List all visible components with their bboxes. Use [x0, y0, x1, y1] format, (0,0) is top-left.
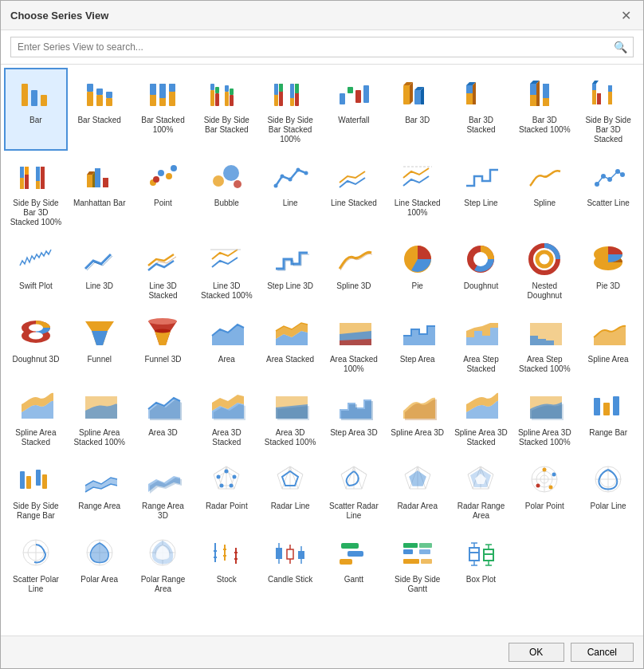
svg-rect-52 — [592, 84, 596, 90]
scatter-line-icon — [589, 157, 627, 195]
radar-point-label: Radar Point — [206, 502, 248, 511]
chart-item-bar-3d[interactable]: Bar 3D — [386, 68, 450, 151]
chart-item-side-by-side-bar-3d-stacked-100[interactable]: Side By Side Bar 3D Stacked 100% — [4, 151, 68, 234]
chart-item-candle-stick[interactable]: Candle Stick — [258, 527, 322, 600]
chart-item-step-line-3d[interactable]: Step Line 3D — [258, 234, 322, 307]
svg-point-109 — [155, 329, 171, 333]
chart-item-spline-area-3d-stacked[interactable]: Spline Area 3D Stacked — [450, 380, 513, 454]
chart-item-spline-3d[interactable]: Spline 3D — [322, 234, 386, 307]
search-input[interactable] — [10, 37, 634, 57]
chart-item-area-3d[interactable]: Area 3D — [132, 380, 195, 454]
spline-label: Spline — [533, 199, 556, 208]
chart-item-radar-area[interactable]: Radar Area — [386, 454, 450, 527]
chart-item-polar-line[interactable]: Polar Line — [576, 454, 640, 527]
ok-button[interactable]: OK — [509, 643, 564, 662]
chart-item-line-3d-stacked[interactable]: Line 3D Stacked — [132, 234, 195, 307]
chart-item-bubble[interactable]: Bubble — [194, 151, 258, 234]
area-3d-icon — [143, 387, 182, 425]
chart-item-area-3d-stacked[interactable]: Area 3D Stacked — [194, 380, 258, 454]
side-by-side-bar-3d-stacked-label: Side By Side Bar 3D Stacked — [581, 116, 635, 144]
pie-icon — [399, 240, 437, 278]
close-button[interactable]: ✕ — [618, 7, 634, 23]
chart-item-line-stacked-100[interactable]: Line Stacked 100% — [386, 151, 450, 234]
radar-range-area-icon — [461, 460, 500, 498]
chart-item-line-stacked[interactable]: Line Stacked — [322, 151, 386, 234]
svg-rect-42 — [466, 85, 473, 93]
chart-item-area-stacked-100[interactable]: Area Stacked 100% — [322, 307, 386, 380]
chart-item-waterfall[interactable]: Waterfall — [322, 68, 386, 151]
chart-item-spline-area-3d-stacked-100[interactable]: Spline Area 3D Stacked 100% — [512, 380, 576, 454]
svg-rect-24 — [274, 84, 278, 95]
chart-item-step-line[interactable]: Step Line — [450, 151, 513, 234]
chart-item-funnel-3d[interactable]: Funnel 3D — [132, 307, 195, 380]
chart-item-range-area-3d[interactable]: Range Area 3D — [132, 454, 195, 527]
chart-item-spline-area-3d[interactable]: Spline Area 3D — [386, 380, 450, 454]
chart-item-spline-area[interactable]: Spline Area — [576, 307, 640, 380]
chart-item-manhattan-bar[interactable]: Manhattan Bar — [68, 151, 132, 234]
chart-item-doughnut-3d[interactable]: Doughnut 3D — [4, 307, 68, 380]
chart-item-line-3d[interactable]: Line 3D — [68, 234, 132, 307]
chart-item-radar-line[interactable]: Radar Line — [258, 454, 322, 527]
chart-item-line-3d-stacked-100[interactable]: Line 3D Stacked 100% — [194, 234, 258, 307]
chart-item-area-3d-stacked-100[interactable]: Area 3D Stacked 100% — [258, 380, 322, 454]
chart-item-bar-3d-stacked-100[interactable]: Bar 3D Stacked 100% — [512, 68, 576, 151]
line-3d-stacked-100-icon — [207, 240, 245, 278]
chart-item-bar-3d-stacked[interactable]: Bar 3D Stacked — [450, 68, 513, 151]
chart-item-polar-range-area[interactable]: Polar Range Area — [132, 527, 195, 600]
svg-rect-62 — [36, 167, 40, 181]
chart-item-range-area[interactable]: Range Area — [68, 454, 132, 527]
chart-item-bar[interactable]: Bar — [4, 68, 68, 151]
chart-item-side-by-side-range-bar[interactable]: Side By Side Range Bar — [4, 454, 68, 527]
chart-item-spline-area-stacked-100[interactable]: Spline Area Stacked 100% — [68, 380, 132, 454]
chart-item-box-plot[interactable]: Box Plot — [450, 527, 513, 600]
nested-doughnut-icon — [525, 240, 564, 278]
chart-item-area-step-stacked-100[interactable]: Area Step Stacked 100% — [512, 307, 576, 380]
side-by-side-bar-3d-stacked-icon — [589, 74, 627, 112]
chart-item-nested-doughnut[interactable]: Nested Doughnut — [512, 234, 576, 307]
svg-rect-12 — [159, 84, 166, 98]
chart-item-doughnut[interactable]: Doughnut — [450, 234, 513, 307]
svg-rect-33 — [355, 90, 361, 103]
chart-item-radar-point[interactable]: Radar Point — [194, 454, 258, 527]
chart-item-area-step-stacked[interactable]: Area Step Stacked — [450, 307, 513, 380]
gantt-label: Gantt — [344, 575, 363, 584]
chart-item-side-by-side-bar-stacked-100[interactable]: Side By Side Bar Stacked 100% — [258, 68, 322, 151]
chart-item-gantt[interactable]: Gantt — [322, 527, 386, 600]
search-icon: 🔍 — [614, 41, 627, 53]
line-icon — [271, 157, 309, 195]
chart-item-line[interactable]: Line — [258, 151, 322, 234]
chart-item-side-by-side-gantt[interactable]: Side By Side Gantt — [386, 527, 450, 600]
chart-item-polar-area[interactable]: Polar Area — [68, 527, 132, 600]
chart-item-bar-stacked[interactable]: Bar Stacked — [68, 68, 132, 151]
side-by-side-bar-stacked-100-icon — [271, 74, 309, 112]
cancel-button[interactable]: Cancel — [571, 643, 634, 662]
chart-item-funnel[interactable]: Funnel — [68, 307, 132, 380]
chart-item-point[interactable]: Point — [132, 151, 195, 234]
chart-item-pie-3d[interactable]: Pie 3D — [576, 234, 640, 307]
step-area-3d-label: Step Area 3D — [330, 428, 377, 438]
chart-item-pie[interactable]: Pie — [386, 234, 450, 307]
dialog-title: Choose Series View — [10, 10, 108, 22]
chart-item-side-by-side-bar-3d-stacked[interactable]: Side By Side Bar 3D Stacked — [576, 68, 640, 151]
bar-stacked-label: Bar Stacked — [77, 116, 120, 125]
chart-item-range-bar[interactable]: Range Bar — [576, 380, 640, 454]
chart-item-bar-stacked-100[interactable]: Bar Stacked 100% — [132, 68, 195, 151]
chart-item-radar-range-area[interactable]: Radar Range Area — [450, 454, 513, 527]
chart-item-stock[interactable]: Stock — [194, 527, 258, 600]
chart-item-scatter-radar-line[interactable]: Scatter Radar Line — [322, 454, 386, 527]
chart-item-area-stacked[interactable]: Area Stacked — [258, 307, 322, 380]
chart-item-side-by-side-bar-stacked[interactable]: Side By Side Bar Stacked — [194, 68, 258, 151]
chart-item-scatter-polar-line[interactable]: Scatter Polar Line — [4, 527, 68, 600]
chart-item-step-area-3d[interactable]: Step Area 3D — [322, 380, 386, 454]
chart-item-spline[interactable]: Spline — [512, 151, 576, 234]
svg-rect-10 — [150, 84, 156, 95]
chart-item-scatter-line[interactable]: Scatter Line — [576, 151, 640, 234]
chart-item-polar-point[interactable]: Polar Point — [512, 454, 576, 527]
chart-item-swift-plot[interactable]: Swift Plot — [4, 234, 68, 307]
chart-item-area[interactable]: Area — [194, 307, 258, 380]
scatter-radar-line-label: Scatter Radar Line — [327, 502, 381, 521]
chart-item-step-area[interactable]: Step Area — [386, 307, 450, 380]
chart-item-spline-area-stacked[interactable]: Spline Area Stacked — [4, 380, 68, 454]
range-bar-icon — [589, 387, 627, 425]
svg-rect-3 — [87, 92, 93, 106]
